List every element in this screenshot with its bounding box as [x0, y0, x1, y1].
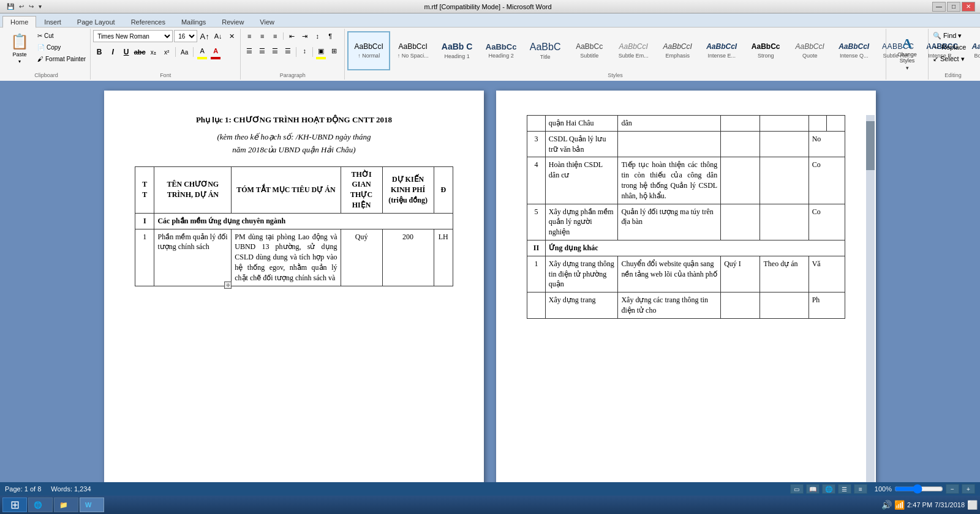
taskbar-explorer[interactable]: 📁 — [54, 497, 78, 512]
zoom-slider[interactable] — [894, 485, 943, 493]
paste-button[interactable]: 📋 Paste ▾ — [5, 30, 34, 67]
row5-time — [721, 204, 760, 240]
multilevel-list-button[interactable]: ≡ — [269, 30, 281, 42]
borders-button[interactable]: ⊞ — [328, 45, 340, 57]
select-icon: ↙ — [933, 55, 938, 63]
style-intense-e[interactable]: AaBbCcI Intense E... — [700, 31, 743, 70]
style-title[interactable]: AaBbC Title — [524, 31, 567, 70]
tab-view[interactable]: View — [252, 16, 282, 27]
view-outline-btn[interactable]: ☰ — [838, 484, 851, 494]
find-button[interactable]: 🔍 Find ▾ — [931, 30, 963, 41]
tab-insert[interactable]: Insert — [36, 16, 69, 27]
increase-indent-button[interactable]: ⇥ — [298, 30, 311, 42]
style-strong[interactable]: AaBbCc Strong — [744, 31, 787, 70]
font-name-select[interactable]: Times New Roman — [93, 30, 173, 42]
maximize-button[interactable]: □ — [947, 2, 960, 12]
show-formatting-button[interactable]: ¶ — [324, 30, 336, 42]
font-color-bar — [211, 57, 221, 59]
minimize-button[interactable]: — — [932, 2, 946, 12]
view-web-btn[interactable]: 🌐 — [822, 484, 835, 494]
word-count: Words: 1,234 — [51, 485, 91, 493]
align-left-button[interactable]: ☰ — [243, 45, 255, 57]
cont1-col3: dân — [618, 116, 721, 132]
style-normal[interactable]: AaBbCcI ↑ Normal — [347, 31, 390, 70]
style-heading1[interactable]: AaBb C Heading 1 — [435, 31, 478, 70]
font-size-select[interactable]: 16 — [174, 30, 197, 42]
find-icon: 🔍 — [933, 32, 941, 40]
shading-color-bar — [316, 57, 326, 59]
tab-home[interactable]: Home — [2, 16, 36, 28]
decrease-indent-button[interactable]: ⇤ — [285, 30, 298, 42]
style-subtitle[interactable]: AaBbCc Subtitle — [568, 31, 611, 70]
justify-button[interactable]: ☰ — [282, 45, 294, 57]
tray-network[interactable]: 🔊 — [881, 500, 892, 510]
rowII2-budget — [760, 292, 809, 319]
subscript-button[interactable]: x₂ — [147, 46, 159, 58]
tab-page-layout[interactable]: Page Layout — [69, 16, 123, 27]
quick-redo[interactable]: ↪ — [27, 3, 36, 10]
row5-name: Xây dựng phần mềm quản lý người nghiện — [545, 204, 618, 240]
style-intense-q-preview: AaBbCcI — [839, 42, 869, 51]
format-painter-button[interactable]: 🖌 Format Painter — [36, 53, 88, 64]
style-no-spacing[interactable]: AaBbCcI ↑ No Spaci... — [391, 31, 434, 70]
taskbar-word[interactable]: W — [80, 497, 104, 512]
shading-button[interactable]: ▣ — [315, 45, 327, 59]
rowII1-num: 1 — [527, 256, 546, 292]
scrollbar-thumb[interactable] — [866, 121, 875, 170]
page-scrollbar[interactable] — [866, 115, 875, 496]
change-case-button[interactable]: Aa — [178, 46, 190, 58]
change-styles-button[interactable]: A ChangeStyles ▾ — [889, 34, 925, 73]
copy-button[interactable]: 📄 Copy — [36, 42, 88, 53]
shrink-font-button[interactable]: A↓ — [212, 30, 224, 42]
paste-arrow[interactable]: ▾ — [18, 59, 21, 64]
clear-format-button[interactable]: ✕ — [225, 30, 238, 42]
style-title-preview: AaBbC — [530, 41, 561, 53]
view-reading-btn[interactable]: 📖 — [806, 484, 820, 494]
strikethrough-button[interactable]: abc — [134, 46, 146, 58]
close-button[interactable]: ✕ — [962, 2, 975, 12]
tab-mailings[interactable]: Mailings — [173, 16, 214, 27]
sort-button[interactable]: ↕ — [311, 30, 323, 42]
cut-button[interactable]: ✂ Cut — [36, 30, 88, 41]
underline-button[interactable]: U — [120, 46, 132, 58]
superscript-button[interactable]: x² — [160, 46, 173, 58]
table-move-handle[interactable]: ✛ — [224, 281, 232, 289]
tray-volume[interactable]: 📶 — [894, 500, 905, 510]
numbering-button[interactable]: ≡ — [256, 30, 268, 42]
bullets-button[interactable]: ≡ — [243, 30, 255, 42]
start-button[interactable]: ⊞ — [2, 497, 27, 512]
style-subtle-em[interactable]: AaBbCcI Subtle Em... — [612, 31, 655, 70]
taskbar-ie[interactable]: 🌐 — [28, 497, 53, 512]
th-budget: DỰ KIẾN KINH PHÍ (triệu đồng) — [382, 166, 434, 213]
font-color-button[interactable]: A — [209, 45, 222, 59]
zoom-in-btn[interactable]: + — [962, 484, 975, 494]
font-divider1 — [175, 47, 176, 57]
paragraph-group-content: ≡ ≡ ≡ ⇤ ⇥ ↕ ¶ ☰ ☰ ☰ ☰ ↕ ▣ — [243, 30, 340, 71]
view-normal-btn[interactable]: ▭ — [790, 484, 804, 494]
line-spacing-button[interactable]: ↕ — [298, 45, 311, 57]
cont1-col5 — [760, 116, 809, 132]
show-desktop-btn[interactable]: ⬜ — [967, 500, 978, 510]
quick-customize[interactable]: ▾ — [37, 3, 43, 10]
quick-save[interactable]: 💾 — [5, 3, 16, 10]
select-button[interactable]: ↙ Select ▾ — [931, 53, 967, 64]
style-intense-q[interactable]: AaBbCcI Intense Q... — [832, 31, 875, 70]
highlight-button[interactable]: A — [196, 45, 208, 59]
align-center-button[interactable]: ☰ — [256, 45, 268, 57]
italic-button[interactable]: I — [107, 46, 119, 58]
bold-button[interactable]: B — [93, 46, 105, 58]
quick-undo[interactable]: ↩ — [17, 3, 26, 10]
style-heading2[interactable]: AaBbCc Heading 2 — [480, 31, 522, 70]
grow-font-button[interactable]: A↑ — [198, 30, 211, 42]
style-quote[interactable]: AaBbCcI Quote — [788, 31, 831, 70]
rowII2-time — [721, 292, 760, 319]
table-row-II-1: 1 Xây dựng trang thông tin điện tử phườn… — [527, 256, 845, 292]
zoom-out-btn[interactable]: − — [946, 484, 959, 494]
style-emphasis[interactable]: AaBbCcI Emphasis — [656, 31, 699, 70]
align-right-button[interactable]: ☰ — [269, 45, 281, 57]
replace-button[interactable]: ↔ Replace — [931, 42, 968, 53]
editing-label: Editing — [931, 71, 975, 78]
tab-review[interactable]: Review — [214, 16, 252, 27]
view-draft-btn[interactable]: ≡ — [854, 484, 867, 494]
tab-references[interactable]: References — [123, 16, 173, 27]
